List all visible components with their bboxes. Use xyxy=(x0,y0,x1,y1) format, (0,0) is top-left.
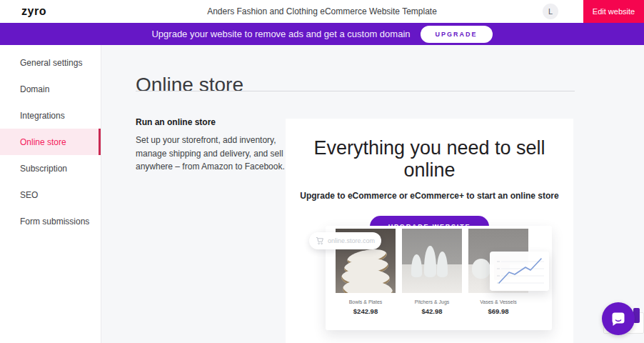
upgrade-banner: Upgrade your website to remove ads and g… xyxy=(0,23,644,45)
upgrade-banner-button[interactable]: UPGRADE xyxy=(421,26,493,43)
edit-website-button[interactable]: Edit website xyxy=(583,0,644,23)
online-store-description-block: Run an online store Set up your storefro… xyxy=(136,117,287,174)
product-label: Pitchers & Jugs $42.98 xyxy=(402,293,462,315)
product-photo-pitchers xyxy=(402,229,462,293)
product-name: Vases & Vessels xyxy=(468,299,528,304)
bottle-shape xyxy=(411,254,422,277)
cart-icon xyxy=(316,237,324,245)
store-url-text: online.store.com xyxy=(328,237,375,244)
sparkline-chart xyxy=(490,252,549,291)
bottle-shape xyxy=(424,246,436,277)
settings-sidebar: General settings Domain Integrations Onl… xyxy=(0,45,101,343)
product-name: Bowls & Plates xyxy=(336,299,396,304)
bottle-shape xyxy=(437,252,448,277)
title-divider xyxy=(136,91,575,91)
top-header: zyro Anders Fashion and Clothing eCommer… xyxy=(0,0,644,23)
sidebar-item-integrations[interactable]: Integrations xyxy=(0,102,101,129)
product-name: Pitchers & Jugs xyxy=(402,299,462,304)
sidebar-item-subscription[interactable]: Subscription xyxy=(0,155,101,182)
section-heading: Run an online store xyxy=(136,117,287,127)
product-labels-row: Bowls & Plates $242.98 Pitchers & Jugs $… xyxy=(326,293,552,315)
sparkline-svg xyxy=(490,252,549,291)
panel-subheading: Upgrade to eCommerce or eCommerce+ to st… xyxy=(286,191,573,201)
sidebar-item-online-store[interactable]: Online store xyxy=(0,129,101,155)
ecommerce-upsell-panel: Everything you need to sell online Upgra… xyxy=(286,119,573,343)
product-price: $242.98 xyxy=(336,307,396,315)
main-content: Online store Run an online store Set up … xyxy=(101,45,644,343)
chat-widget-button[interactable] xyxy=(602,302,635,335)
vase-shape xyxy=(472,259,490,279)
section-description: Set up your storefront, add inventory, m… xyxy=(136,134,287,174)
store-url-pill: online.store.com xyxy=(309,232,381,249)
product-label: Vases & Vessels $69.98 xyxy=(468,293,528,315)
sidebar-item-domain[interactable]: Domain xyxy=(0,76,101,102)
chat-bubble-icon xyxy=(610,311,627,327)
app-window: zyro Anders Fashion and Clothing eCommer… xyxy=(0,0,644,343)
user-avatar[interactable]: L xyxy=(543,4,558,19)
page-title: Online store xyxy=(136,74,243,96)
sidebar-item-general-settings[interactable]: General settings xyxy=(0,49,101,76)
sidebar-item-form-submissions[interactable]: Form submissions xyxy=(0,208,101,234)
upgrade-banner-text: Upgrade your website to remove ads and g… xyxy=(151,29,410,39)
product-label: Bowls & Plates $242.98 xyxy=(336,293,396,315)
product-price: $69.98 xyxy=(468,307,528,315)
sidebar-item-seo[interactable]: SEO xyxy=(0,182,101,208)
panel-heading: Everything you need to sell online xyxy=(286,137,573,182)
sparkline-line xyxy=(499,259,541,283)
product-price: $42.98 xyxy=(402,307,462,315)
